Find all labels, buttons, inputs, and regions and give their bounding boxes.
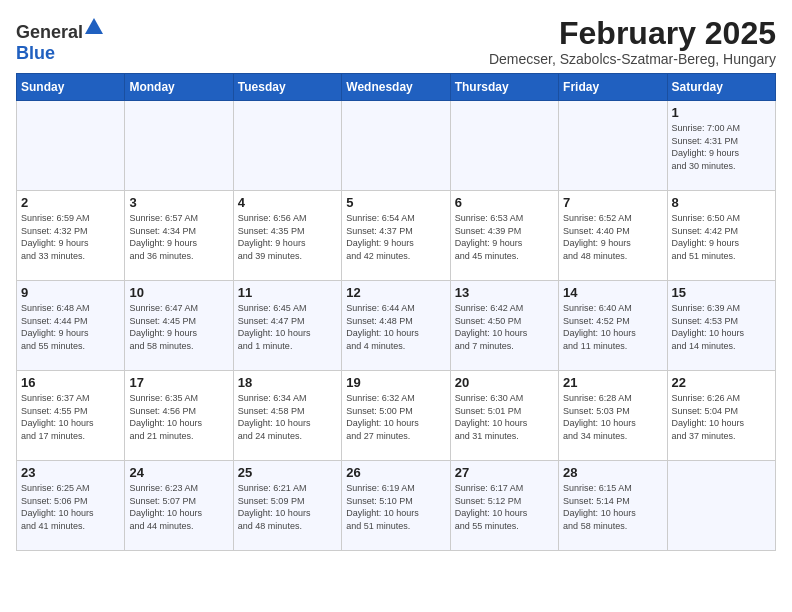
calendar-header: SundayMondayTuesdayWednesdayThursdayFrid… (17, 74, 776, 101)
day-number: 7 (563, 195, 662, 210)
day-cell (450, 101, 558, 191)
day-cell: 23Sunrise: 6:25 AM Sunset: 5:06 PM Dayli… (17, 461, 125, 551)
day-info: Sunrise: 6:28 AM Sunset: 5:03 PM Dayligh… (563, 392, 662, 442)
day-cell: 24Sunrise: 6:23 AM Sunset: 5:07 PM Dayli… (125, 461, 233, 551)
day-info: Sunrise: 6:59 AM Sunset: 4:32 PM Dayligh… (21, 212, 120, 262)
logo-general: General (16, 22, 83, 42)
header-thursday: Thursday (450, 74, 558, 101)
week-row-1: 2Sunrise: 6:59 AM Sunset: 4:32 PM Daylig… (17, 191, 776, 281)
day-cell: 20Sunrise: 6:30 AM Sunset: 5:01 PM Dayli… (450, 371, 558, 461)
day-info: Sunrise: 7:00 AM Sunset: 4:31 PM Dayligh… (672, 122, 771, 172)
logo-blue: Blue (16, 43, 55, 63)
header-saturday: Saturday (667, 74, 775, 101)
day-cell: 16Sunrise: 6:37 AM Sunset: 4:55 PM Dayli… (17, 371, 125, 461)
header-monday: Monday (125, 74, 233, 101)
day-cell: 4Sunrise: 6:56 AM Sunset: 4:35 PM Daylig… (233, 191, 341, 281)
day-number: 19 (346, 375, 445, 390)
day-cell: 28Sunrise: 6:15 AM Sunset: 5:14 PM Dayli… (559, 461, 667, 551)
day-cell: 26Sunrise: 6:19 AM Sunset: 5:10 PM Dayli… (342, 461, 450, 551)
day-info: Sunrise: 6:40 AM Sunset: 4:52 PM Dayligh… (563, 302, 662, 352)
day-number: 5 (346, 195, 445, 210)
day-cell: 2Sunrise: 6:59 AM Sunset: 4:32 PM Daylig… (17, 191, 125, 281)
day-number: 27 (455, 465, 554, 480)
day-cell: 11Sunrise: 6:45 AM Sunset: 4:47 PM Dayli… (233, 281, 341, 371)
day-number: 25 (238, 465, 337, 480)
day-cell (125, 101, 233, 191)
header-sunday: Sunday (17, 74, 125, 101)
week-row-0: 1Sunrise: 7:00 AM Sunset: 4:31 PM Daylig… (17, 101, 776, 191)
day-info: Sunrise: 6:48 AM Sunset: 4:44 PM Dayligh… (21, 302, 120, 352)
header-wednesday: Wednesday (342, 74, 450, 101)
svg-marker-0 (85, 18, 103, 34)
day-info: Sunrise: 6:21 AM Sunset: 5:09 PM Dayligh… (238, 482, 337, 532)
day-info: Sunrise: 6:30 AM Sunset: 5:01 PM Dayligh… (455, 392, 554, 442)
day-info: Sunrise: 6:56 AM Sunset: 4:35 PM Dayligh… (238, 212, 337, 262)
day-cell: 18Sunrise: 6:34 AM Sunset: 4:58 PM Dayli… (233, 371, 341, 461)
day-number: 16 (21, 375, 120, 390)
day-cell: 25Sunrise: 6:21 AM Sunset: 5:09 PM Dayli… (233, 461, 341, 551)
day-cell: 27Sunrise: 6:17 AM Sunset: 5:12 PM Dayli… (450, 461, 558, 551)
day-cell: 22Sunrise: 6:26 AM Sunset: 5:04 PM Dayli… (667, 371, 775, 461)
day-info: Sunrise: 6:57 AM Sunset: 4:34 PM Dayligh… (129, 212, 228, 262)
day-cell: 21Sunrise: 6:28 AM Sunset: 5:03 PM Dayli… (559, 371, 667, 461)
day-cell: 9Sunrise: 6:48 AM Sunset: 4:44 PM Daylig… (17, 281, 125, 371)
day-number: 11 (238, 285, 337, 300)
day-number: 1 (672, 105, 771, 120)
calendar-table: SundayMondayTuesdayWednesdayThursdayFrid… (16, 73, 776, 551)
day-number: 28 (563, 465, 662, 480)
day-cell: 14Sunrise: 6:40 AM Sunset: 4:52 PM Dayli… (559, 281, 667, 371)
day-info: Sunrise: 6:25 AM Sunset: 5:06 PM Dayligh… (21, 482, 120, 532)
day-number: 24 (129, 465, 228, 480)
day-info: Sunrise: 6:26 AM Sunset: 5:04 PM Dayligh… (672, 392, 771, 442)
day-cell: 7Sunrise: 6:52 AM Sunset: 4:40 PM Daylig… (559, 191, 667, 281)
logo-text: General Blue (16, 16, 105, 64)
day-info: Sunrise: 6:44 AM Sunset: 4:48 PM Dayligh… (346, 302, 445, 352)
day-info: Sunrise: 6:42 AM Sunset: 4:50 PM Dayligh… (455, 302, 554, 352)
day-cell: 13Sunrise: 6:42 AM Sunset: 4:50 PM Dayli… (450, 281, 558, 371)
day-cell: 5Sunrise: 6:54 AM Sunset: 4:37 PM Daylig… (342, 191, 450, 281)
day-info: Sunrise: 6:53 AM Sunset: 4:39 PM Dayligh… (455, 212, 554, 262)
week-row-3: 16Sunrise: 6:37 AM Sunset: 4:55 PM Dayli… (17, 371, 776, 461)
day-number: 13 (455, 285, 554, 300)
day-info: Sunrise: 6:52 AM Sunset: 4:40 PM Dayligh… (563, 212, 662, 262)
day-number: 22 (672, 375, 771, 390)
day-cell: 1Sunrise: 7:00 AM Sunset: 4:31 PM Daylig… (667, 101, 775, 191)
day-info: Sunrise: 6:37 AM Sunset: 4:55 PM Dayligh… (21, 392, 120, 442)
logo-icon (83, 16, 105, 38)
day-info: Sunrise: 6:32 AM Sunset: 5:00 PM Dayligh… (346, 392, 445, 442)
day-info: Sunrise: 6:50 AM Sunset: 4:42 PM Dayligh… (672, 212, 771, 262)
day-cell (559, 101, 667, 191)
day-number: 8 (672, 195, 771, 210)
header-friday: Friday (559, 74, 667, 101)
day-cell (233, 101, 341, 191)
day-cell: 3Sunrise: 6:57 AM Sunset: 4:34 PM Daylig… (125, 191, 233, 281)
day-cell: 15Sunrise: 6:39 AM Sunset: 4:53 PM Dayli… (667, 281, 775, 371)
day-cell (667, 461, 775, 551)
day-info: Sunrise: 6:34 AM Sunset: 4:58 PM Dayligh… (238, 392, 337, 442)
day-number: 17 (129, 375, 228, 390)
day-number: 9 (21, 285, 120, 300)
day-info: Sunrise: 6:17 AM Sunset: 5:12 PM Dayligh… (455, 482, 554, 532)
day-info: Sunrise: 6:15 AM Sunset: 5:14 PM Dayligh… (563, 482, 662, 532)
day-cell: 19Sunrise: 6:32 AM Sunset: 5:00 PM Dayli… (342, 371, 450, 461)
day-info: Sunrise: 6:19 AM Sunset: 5:10 PM Dayligh… (346, 482, 445, 532)
day-cell (342, 101, 450, 191)
day-info: Sunrise: 6:47 AM Sunset: 4:45 PM Dayligh… (129, 302, 228, 352)
week-row-2: 9Sunrise: 6:48 AM Sunset: 4:44 PM Daylig… (17, 281, 776, 371)
day-info: Sunrise: 6:45 AM Sunset: 4:47 PM Dayligh… (238, 302, 337, 352)
day-number: 18 (238, 375, 337, 390)
day-cell: 17Sunrise: 6:35 AM Sunset: 4:56 PM Dayli… (125, 371, 233, 461)
week-row-4: 23Sunrise: 6:25 AM Sunset: 5:06 PM Dayli… (17, 461, 776, 551)
day-number: 10 (129, 285, 228, 300)
day-number: 12 (346, 285, 445, 300)
day-number: 21 (563, 375, 662, 390)
day-info: Sunrise: 6:35 AM Sunset: 4:56 PM Dayligh… (129, 392, 228, 442)
day-cell: 6Sunrise: 6:53 AM Sunset: 4:39 PM Daylig… (450, 191, 558, 281)
day-number: 20 (455, 375, 554, 390)
day-cell: 12Sunrise: 6:44 AM Sunset: 4:48 PM Dayli… (342, 281, 450, 371)
day-number: 2 (21, 195, 120, 210)
day-info: Sunrise: 6:39 AM Sunset: 4:53 PM Dayligh… (672, 302, 771, 352)
header-tuesday: Tuesday (233, 74, 341, 101)
day-number: 26 (346, 465, 445, 480)
day-info: Sunrise: 6:54 AM Sunset: 4:37 PM Dayligh… (346, 212, 445, 262)
